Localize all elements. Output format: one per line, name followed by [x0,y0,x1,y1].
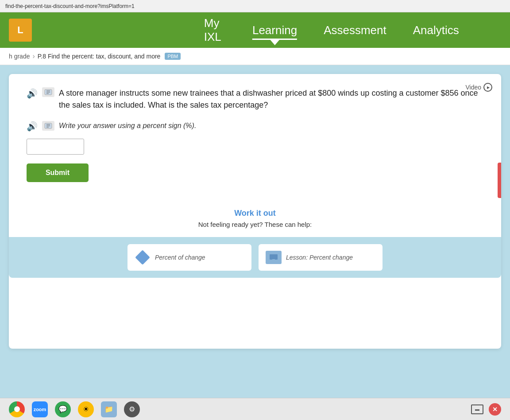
url-text: find-the-percent-tax-discount-and-more?i… [5,3,135,9]
question-row: 🔊 A store manager instructs some new tra… [27,87,483,111]
nav-link-myixl[interactable]: My IXL [204,15,226,46]
screen-icon [266,251,282,264]
url-bar: find-the-percent-tax-discount-and-more?i… [0,0,510,12]
settings-icon[interactable]: ⚙ [124,401,140,417]
video-play-icon [483,83,492,92]
work-it-out-title: Work it out [27,209,483,218]
work-it-out-subtitle: Not feeling ready yet? These can help: [27,221,483,228]
resource-label-0: Percent of change [155,254,205,261]
audio-icon[interactable]: 🔊 [27,88,38,99]
taskbar-icons: zoom 💬 ☀ 📁 ⚙ [9,401,140,417]
taskbar-monitor[interactable]: ▬ [471,404,483,414]
chrome-icon[interactable] [9,401,25,417]
diamond-icon [135,250,150,265]
help-resources: Percent of change Lesson: Percent change [9,237,501,278]
instruction-text: Write your answer using a percent sign (… [59,122,196,130]
translate-icon[interactable] [42,87,54,97]
taskbar-right: ▬ ✕ [471,403,501,416]
nav-link-analytics[interactable]: Analytics [413,22,459,39]
scroll-indicator [498,163,501,198]
main-content: Video 🔊 A store manager instructs some n… [0,65,510,402]
breadcrumb-separator: › [32,52,35,60]
learning-arrow [270,39,280,45]
answer-input[interactable] [27,139,84,155]
question-text: A store manager instructs some new train… [59,87,483,111]
zoom-icon[interactable]: zoom [32,401,48,417]
resource-label-1: Lesson: Percent change [286,254,353,261]
nav-links: My IXL Learning Assessment Analytics [204,15,459,46]
submit-button[interactable]: Submit [27,163,89,182]
pbm-badge: PBM [165,53,181,60]
instruction-row: 🔊 Write your answer using a percent sign… [27,120,483,132]
taskbar: zoom 💬 ☀ 📁 ⚙ ▬ ✕ [0,398,510,420]
sun-icon[interactable]: ☀ [78,401,94,417]
question-card: Video 🔊 A store manager instructs some n… [9,74,501,349]
nav-link-learning[interactable]: Learning [252,22,297,40]
nav-header: L My IXL Learning Assessment Analytics [0,12,510,48]
instruction-audio-icon[interactable]: 🔊 [27,121,38,132]
taskbar-close[interactable]: ✕ [489,403,501,416]
nav-logo[interactable]: L [9,19,32,42]
instruction-translate-icon[interactable] [42,121,54,131]
breadcrumb-lesson: P.8 Find the percent: tax, discount, and… [38,53,161,60]
resource-card-1[interactable]: Lesson: Percent change [259,244,382,271]
breadcrumb: h grade › P.8 Find the percent: tax, dis… [0,48,510,65]
work-it-out: Work it out Not feeling ready yet? These… [27,200,483,228]
learning-wrapper: Learning [252,23,297,37]
nav-link-assessment[interactable]: Assessment [324,22,386,39]
breadcrumb-grade[interactable]: h grade [9,53,30,60]
chat-icon[interactable]: 💬 [55,401,71,417]
resource-card-0[interactable]: Percent of change [128,244,251,271]
video-link[interactable]: Video [465,83,492,92]
svg-rect-8 [270,254,278,260]
folder-icon[interactable]: 📁 [101,401,117,417]
video-label: Video [465,84,481,91]
